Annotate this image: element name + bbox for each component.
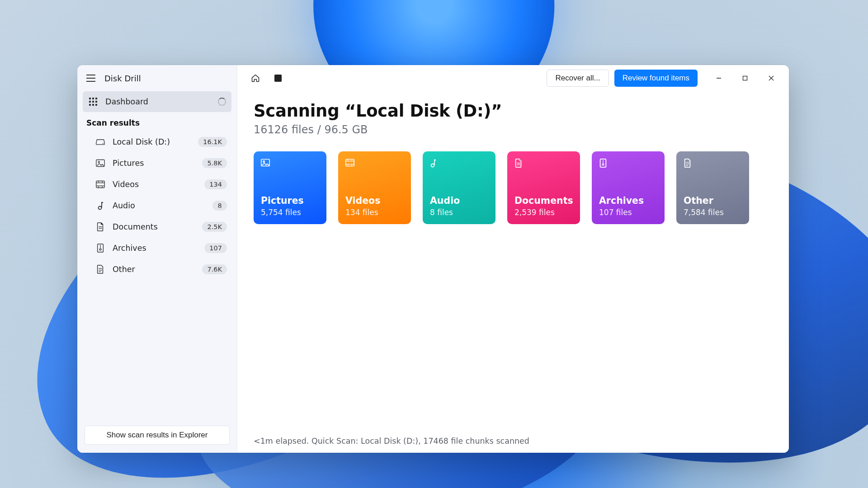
category-card-videos[interactable]: Videos134 files: [338, 151, 411, 224]
close-button[interactable]: [758, 68, 784, 88]
svg-rect-5: [95, 101, 97, 103]
app-title: Disk Drill: [104, 74, 141, 83]
nav-dashboard-label: Dashboard: [105, 97, 148, 106]
svg-point-13: [99, 206, 102, 209]
minimize-icon: [716, 75, 722, 81]
count-badge: 134: [204, 179, 227, 189]
sidebar-item-label: Local Disk (D:): [113, 137, 170, 146]
close-icon: [769, 75, 774, 81]
svg-point-11: [98, 161, 99, 162]
sidebar-item-label: Audio: [113, 201, 135, 210]
drive-icon: [95, 138, 105, 145]
card-title: Videos: [345, 195, 404, 206]
audio-icon: [95, 201, 105, 210]
card-count: 107 files: [599, 208, 657, 217]
svg-rect-1: [92, 98, 94, 99]
svg-rect-6: [89, 104, 91, 106]
other-icon: [684, 159, 742, 176]
card-title: Audio: [430, 195, 488, 206]
count-badge: 16.1K: [198, 137, 227, 147]
home-icon: [251, 74, 260, 83]
sidebar-item-archives[interactable]: Archives107: [83, 237, 231, 258]
category-card-archives[interactable]: Archives107 files: [592, 151, 665, 224]
page-subtitle: 16126 files / 96.5 GB: [254, 123, 773, 136]
window-controls: [706, 68, 784, 88]
status-bar: <1m elapsed. Quick Scan: Local Disk (D:)…: [237, 430, 789, 453]
svg-rect-7: [92, 104, 94, 106]
sidebar-item-label: Archives: [113, 244, 146, 253]
card-count: 2,539 files: [514, 208, 573, 217]
stop-icon: [274, 75, 282, 82]
content-area: Recover all... Review found items Scanni…: [237, 65, 789, 453]
sidebar-item-label: Pictures: [113, 159, 144, 168]
maximize-icon: [742, 75, 748, 81]
card-title: Other: [684, 195, 742, 206]
home-button[interactable]: [247, 70, 264, 86]
card-title: Archives: [599, 195, 657, 206]
titlebar-left: Disk Drill: [77, 65, 237, 91]
scan-results-list: Local Disk (D:)16.1KPictures5.8KVideos13…: [77, 131, 237, 280]
review-found-items-button[interactable]: Review found items: [614, 70, 698, 87]
sidebar-item-audio[interactable]: Audio8: [83, 195, 231, 216]
sidebar-item-videos[interactable]: Videos134: [83, 174, 231, 195]
document-icon: [95, 222, 105, 231]
archive-icon: [599, 159, 657, 176]
count-badge: 2.5K: [202, 222, 227, 232]
category-cards: Pictures5,754 filesVideos134 filesAudio8…: [254, 151, 773, 224]
video-icon: [95, 180, 105, 188]
page-title: Scanning “Local Disk (D:)”: [254, 101, 773, 121]
category-card-documents[interactable]: Documents2,539 files: [507, 151, 580, 224]
svg-rect-3: [89, 101, 91, 103]
card-count: 134 files: [345, 208, 404, 217]
sidebar-item-other[interactable]: Other7.6K: [83, 258, 231, 280]
archive-icon: [95, 244, 105, 253]
count-badge: 5.8K: [202, 158, 227, 168]
card-title: Pictures: [261, 195, 319, 206]
category-card-other[interactable]: Other7,584 files: [676, 151, 749, 224]
recover-all-button[interactable]: Recover all...: [547, 70, 609, 87]
svg-rect-2: [95, 98, 97, 99]
document-icon: [514, 159, 573, 176]
card-count: 7,584 files: [684, 208, 742, 217]
svg-rect-4: [92, 101, 94, 103]
svg-rect-15: [743, 76, 747, 80]
video-icon: [345, 159, 404, 176]
grid-icon: [88, 98, 98, 106]
picture-icon: [261, 159, 319, 176]
stop-scan-button[interactable]: [270, 70, 286, 86]
scanning-spinner-icon: [218, 98, 226, 106]
picture-icon: [95, 159, 105, 167]
section-title-scan-results: Scan results: [77, 112, 237, 131]
card-count: 5,754 files: [261, 208, 319, 217]
show-in-explorer-button[interactable]: Show scan results in Explorer: [85, 426, 230, 445]
category-card-audio[interactable]: Audio8 files: [423, 151, 495, 224]
count-badge: 8: [212, 201, 227, 211]
card-count: 8 files: [430, 208, 488, 217]
audio-icon: [430, 159, 488, 176]
category-card-pictures[interactable]: Pictures5,754 files: [254, 151, 326, 224]
sidebar-item-label: Other: [113, 265, 135, 274]
hamburger-icon: [86, 75, 95, 82]
svg-point-9: [103, 143, 104, 144]
minimize-button[interactable]: [706, 68, 732, 88]
svg-point-19: [431, 164, 434, 167]
svg-rect-8: [95, 104, 97, 106]
other-icon: [95, 265, 105, 274]
nav-dashboard[interactable]: Dashboard: [83, 91, 231, 112]
maximize-button[interactable]: [732, 68, 758, 88]
sidebar-item-pictures[interactable]: Pictures5.8K: [83, 152, 231, 174]
svg-point-17: [263, 161, 264, 162]
svg-rect-18: [346, 160, 354, 166]
menu-button[interactable]: [84, 71, 98, 85]
svg-rect-12: [96, 181, 104, 188]
count-badge: 7.6K: [202, 264, 227, 274]
svg-rect-0: [89, 98, 91, 99]
sidebar-item-label: Videos: [113, 180, 139, 189]
sidebar-item-label: Documents: [113, 222, 158, 231]
sidebar: Disk Drill Dashboard Scan results Local …: [77, 65, 237, 453]
card-title: Documents: [514, 195, 573, 206]
toolbar: Recover all... Review found items: [237, 65, 789, 91]
sidebar-item-documents[interactable]: Documents2.5K: [83, 216, 231, 237]
count-badge: 107: [204, 243, 227, 253]
sidebar-item-local-disk-d-[interactable]: Local Disk (D:)16.1K: [83, 131, 231, 152]
